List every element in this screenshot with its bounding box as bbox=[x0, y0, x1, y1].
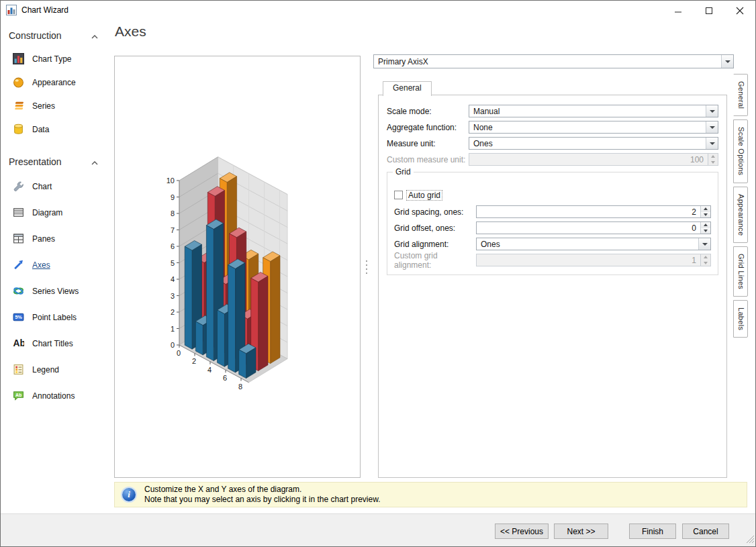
chevron-down-icon[interactable] bbox=[721, 55, 733, 68]
spin-up-icon[interactable] bbox=[701, 222, 710, 228]
auto-grid-checkbox[interactable] bbox=[394, 191, 403, 199]
close-button[interactable] bbox=[724, 1, 755, 20]
close-icon bbox=[736, 7, 744, 15]
splitter-handle[interactable] bbox=[363, 56, 371, 478]
sidebar-item-legend[interactable]: Legend bbox=[0, 356, 111, 383]
side-tab-appearance[interactable]: Appearance bbox=[733, 187, 748, 243]
maximize-icon bbox=[705, 7, 713, 15]
resize-grip-icon[interactable] bbox=[745, 534, 755, 546]
sidebar-item-label: Series Views bbox=[32, 287, 79, 296]
info-icon: i bbox=[122, 488, 136, 501]
custom-grid-alignment-label: Custom grid alignment: bbox=[394, 251, 476, 270]
svg-text:6: 6 bbox=[171, 242, 175, 250]
maximize-button[interactable] bbox=[694, 1, 724, 20]
sidebar-item-chart-type[interactable]: Chart Type bbox=[0, 47, 111, 70]
minimize-icon bbox=[674, 7, 682, 15]
scale-mode-select[interactable]: Manual bbox=[469, 105, 718, 117]
finish-button[interactable]: Finish bbox=[629, 524, 676, 539]
side-tab-scale-options[interactable]: Scale Options bbox=[733, 119, 748, 183]
sidebar-item-axes[interactable]: Axes bbox=[0, 252, 111, 278]
custom-measure-unit-stepper: 100 bbox=[469, 153, 718, 166]
series-icon bbox=[13, 100, 26, 111]
database-icon bbox=[13, 123, 26, 135]
panes-icon bbox=[13, 233, 26, 244]
grid-spacing-stepper[interactable]: 2 bbox=[476, 205, 711, 218]
cancel-button[interactable]: Cancel bbox=[682, 524, 729, 539]
svg-text:2: 2 bbox=[171, 308, 175, 316]
side-tab-labels[interactable]: Labels bbox=[733, 300, 748, 338]
hint-panel: i Customize the X and Y axes of the diag… bbox=[114, 482, 747, 507]
chevron-down-icon[interactable] bbox=[706, 138, 718, 149]
sidebar-item-label: Series bbox=[32, 101, 55, 111]
sidebar-item-label: Chart bbox=[32, 182, 52, 191]
titlebar: Chart Wizard bbox=[0, 0, 756, 20]
side-tab-general[interactable]: General bbox=[733, 74, 748, 116]
page-title: Axes bbox=[115, 23, 146, 40]
sidebar-item-panes[interactable]: Panes bbox=[0, 226, 111, 252]
svg-text:8: 8 bbox=[238, 383, 242, 391]
grid-offset-stepper[interactable]: 0 bbox=[476, 221, 711, 234]
svg-text:9: 9 bbox=[171, 193, 175, 201]
svg-text:4: 4 bbox=[171, 275, 175, 283]
svg-text:1: 1 bbox=[171, 325, 175, 333]
svg-text:Ab: Ab bbox=[13, 338, 24, 348]
grid-groupbox: Grid Auto grid Grid spacing, ones: 2 Gri… bbox=[387, 172, 718, 275]
svg-text:5: 5 bbox=[171, 259, 175, 267]
svg-text:0: 0 bbox=[177, 349, 181, 357]
auto-grid-label[interactable]: Auto grid bbox=[407, 191, 442, 200]
app-icon bbox=[6, 5, 17, 15]
sidebar-group-construction[interactable]: Construction bbox=[0, 24, 111, 47]
spin-down-icon[interactable] bbox=[701, 212, 710, 218]
diagram-icon bbox=[13, 207, 26, 218]
spin-up-icon bbox=[708, 154, 718, 160]
axis-selector[interactable]: Primary AxisX bbox=[373, 54, 734, 68]
side-tab-grid-lines[interactable]: Grid Lines bbox=[733, 246, 748, 297]
svg-text:4: 4 bbox=[207, 366, 211, 374]
sidebar-item-data[interactable]: Data bbox=[0, 117, 111, 141]
wrench-icon bbox=[13, 181, 26, 192]
measure-unit-select[interactable]: Ones bbox=[469, 137, 718, 150]
footer: << Previous Next >> Finish Cancel bbox=[0, 513, 756, 547]
scale-mode-label: Scale mode: bbox=[387, 107, 469, 116]
chart-type-icon bbox=[13, 53, 26, 64]
sidebar-item-chart-titles[interactable]: Ab Chart Titles bbox=[0, 330, 111, 356]
sidebar-group-presentation[interactable]: Presentation bbox=[0, 150, 111, 173]
next-button[interactable]: Next >> bbox=[554, 524, 608, 539]
sidebar-item-label: Chart Type bbox=[32, 54, 71, 64]
point-labels-icon: 5% bbox=[13, 311, 26, 323]
sidebar-item-point-labels[interactable]: 5% Point Labels bbox=[0, 304, 111, 330]
previous-button[interactable]: << Previous bbox=[495, 524, 549, 539]
tab-general[interactable]: General bbox=[383, 81, 432, 96]
svg-text:2: 2 bbox=[192, 357, 196, 365]
aggregate-function-label: Aggregate function: bbox=[387, 123, 469, 132]
sidebar-item-label: Panes bbox=[32, 234, 55, 244]
svg-text:7: 7 bbox=[171, 226, 175, 234]
chevron-down-icon[interactable] bbox=[706, 105, 718, 117]
hint-line-2: Note that you may select an axis by clic… bbox=[144, 495, 381, 505]
sidebar-item-appearance[interactable]: Appearance bbox=[0, 70, 111, 94]
legend-icon bbox=[13, 364, 26, 375]
sidebar-item-diagram[interactable]: Diagram bbox=[0, 199, 111, 226]
spin-up-icon[interactable] bbox=[701, 206, 710, 212]
annotation-icon: Ab bbox=[13, 390, 26, 401]
series-views-icon bbox=[13, 285, 26, 297]
sidebar-item-chart[interactable]: Chart bbox=[0, 173, 111, 199]
group-title: Presentation bbox=[9, 156, 62, 167]
spin-up-icon bbox=[701, 254, 710, 260]
sidebar-item-series[interactable]: Series bbox=[0, 94, 111, 117]
grid-alignment-select[interactable]: Ones bbox=[476, 238, 711, 250]
aggregate-function-select[interactable]: None bbox=[469, 121, 718, 134]
chevron-down-icon[interactable] bbox=[698, 238, 710, 250]
chart-preview[interactable]: 01234567891002468 bbox=[114, 56, 361, 478]
sidebar-item-label: Data bbox=[32, 125, 49, 134]
svg-text:10: 10 bbox=[167, 177, 175, 185]
svg-text:0: 0 bbox=[171, 341, 175, 349]
minimize-button[interactable] bbox=[663, 1, 694, 20]
chart-preview-svg[interactable]: 01234567891002468 bbox=[115, 56, 360, 477]
chevron-down-icon[interactable] bbox=[706, 121, 718, 133]
sphere-icon bbox=[13, 77, 26, 88]
chevron-up-icon bbox=[91, 30, 98, 41]
sidebar-item-series-views[interactable]: Series Views bbox=[0, 278, 111, 304]
spin-down-icon[interactable] bbox=[701, 228, 710, 234]
sidebar-item-annotations[interactable]: Ab Annotations bbox=[0, 383, 111, 409]
